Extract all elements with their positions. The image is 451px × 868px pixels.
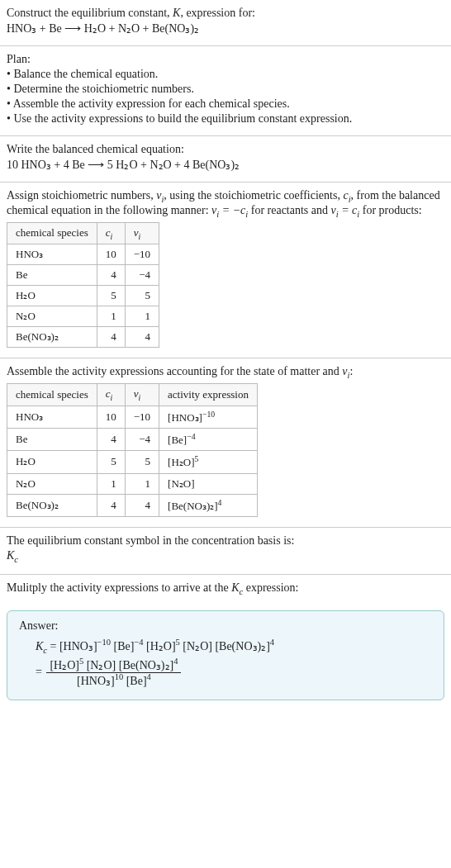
table-row: HNO₃ 10 −10 [HNO₃]−10 xyxy=(7,406,258,428)
intro-eq-lhs: HNO₃ + Be xyxy=(7,22,62,35)
balance-lhs: 10 HNO₃ + 4 Be xyxy=(7,159,85,171)
cell-nui: 5 xyxy=(125,286,159,306)
cell-ci: 4 xyxy=(97,494,125,516)
act-base: [Be] xyxy=(168,434,187,446)
cell-species: Be xyxy=(7,428,97,450)
assign-section: Assign stoichiometric numbers, νi, using… xyxy=(0,183,451,358)
term: [Be(NO₃)₂]4 xyxy=(215,640,274,652)
plan-heading: Plan: xyxy=(7,53,444,66)
multiply-text: Mulitply the activity expressions to arr… xyxy=(7,581,444,596)
cell-ci: 5 xyxy=(97,451,125,473)
col-nui: νi xyxy=(125,222,159,244)
cell-species: Be(NO₃)₂ xyxy=(7,327,97,348)
cell-nui: 4 xyxy=(125,327,159,348)
table-header-row: chemical species ci νi xyxy=(7,222,159,244)
answer-frac-line: = [H₂O]5 [N₂O] [Be(NO₃)₂]4 [HNO₃]10 [Be]… xyxy=(36,657,432,688)
term: [N₂O] xyxy=(87,659,116,671)
multiply-section: Mulitply the activity expressions to arr… xyxy=(0,575,451,606)
balance-section: Write the balanced chemical equation: 10… xyxy=(0,136,451,183)
term: [Be]4 xyxy=(126,675,151,687)
term: [HNO₃]10 xyxy=(77,675,123,687)
cell-ci: 1 xyxy=(97,306,125,327)
intro-line: Construct the equilibrium constant, K, e… xyxy=(7,7,444,20)
fraction-denominator: [HNO₃]10 [Be]4 xyxy=(46,673,181,689)
c-symbol: ci xyxy=(343,189,350,202)
term-base: [Be] xyxy=(114,640,135,652)
k-symbol: K xyxy=(173,7,180,19)
table-row: H₂O55 xyxy=(7,286,159,306)
answer-flat-line: Kc = [HNO₃]−10 [Be]−4 [H₂O]5 [N₂O] [Be(N… xyxy=(36,638,432,654)
plan-bullet: • Balance the chemical equation. xyxy=(7,68,444,81)
cell-species: HNO₃ xyxy=(7,244,97,265)
assemble-section: Assemble the activity expressions accoun… xyxy=(0,358,451,528)
term-base: [N₂O] xyxy=(87,659,116,671)
act-base: [N₂O] xyxy=(168,477,194,490)
balance-equation: 10 HNO₃ + 4 Be ⟶ 5 H₂O + N₂O + 4 Be(NO₃)… xyxy=(7,158,444,172)
intro-text-a: Construct the equilibrium constant, xyxy=(7,7,173,19)
col-ci: ci xyxy=(97,383,125,406)
cell-activity: [HNO₃]−10 xyxy=(159,406,258,428)
act-exp: −10 xyxy=(202,410,215,419)
act-base: [HNO₃] xyxy=(168,411,202,424)
balance-rhs: 5 H₂O + N₂O + 4 Be(NO₃)₂ xyxy=(107,159,240,171)
table-row: Be(NO₃)₂44 xyxy=(7,327,159,348)
arrow-icon: ⟶ xyxy=(88,159,107,171)
cell-ci: 10 xyxy=(97,244,125,265)
plan-section: Plan: • Balance the chemical equation. •… xyxy=(0,46,451,136)
intro-equation: HNO₃ + Be ⟶ H₂O + N₂O + Be(NO₃)₂ xyxy=(7,21,444,36)
act-exp: 4 xyxy=(218,498,222,507)
activity-table: chemical species ci νi activity expressi… xyxy=(7,383,258,517)
term-exp: −4 xyxy=(134,638,143,647)
table-header-row: chemical species ci νi activity expressi… xyxy=(7,383,258,406)
term-base: [H₂O] xyxy=(146,640,176,652)
term-exp: 5 xyxy=(176,638,180,647)
fraction-numerator: [H₂O]5 [N₂O] [Be(NO₃)₂]4 xyxy=(46,657,181,673)
cell-nui: −10 xyxy=(125,406,159,428)
table-row: HNO₃10−10 xyxy=(7,244,159,265)
term-exp: 10 xyxy=(115,673,124,682)
term: [H₂O]5 xyxy=(146,640,180,652)
cell-ci: 5 xyxy=(97,286,125,306)
term-exp: 4 xyxy=(270,638,274,647)
cell-species: HNO₃ xyxy=(7,406,97,428)
cell-species: Be xyxy=(7,265,97,286)
term-exp: 5 xyxy=(79,657,83,666)
cell-nui: −4 xyxy=(125,265,159,286)
cell-nui: 1 xyxy=(125,306,159,327)
assign-d: for reactants and xyxy=(248,204,330,216)
assign-text: Assign stoichiometric numbers, νi, using… xyxy=(7,189,444,219)
nu-eq-c: νi = ci xyxy=(331,204,360,216)
term: [H₂O]5 xyxy=(50,659,83,671)
cell-nui: −10 xyxy=(125,244,159,265)
multiply-b: expression: xyxy=(243,581,298,594)
term-base: [Be(NO₃)₂] xyxy=(215,640,269,652)
cell-activity: [Be]−4 xyxy=(159,428,258,450)
cell-ci: 4 xyxy=(97,428,125,450)
col-activity: activity expression xyxy=(159,383,258,406)
cell-nui: 1 xyxy=(125,473,159,494)
intro-text-b: , expression for: xyxy=(180,7,255,19)
term-base: [Be] xyxy=(126,675,147,687)
intro-eq-rhs: H₂O + N₂O + Be(NO₃)₂ xyxy=(84,22,199,35)
act-exp: 5 xyxy=(195,454,199,463)
assemble-text: Assemble the activity expressions accoun… xyxy=(7,365,444,380)
table-row: H₂O 5 5 [H₂O]5 xyxy=(7,451,258,473)
act-base: [Be(NO₃)₂] xyxy=(168,500,218,512)
term-exp: 4 xyxy=(173,657,178,666)
col-species: chemical species xyxy=(7,383,97,406)
answer-box: Answer: Kc = [HNO₃]−10 [Be]−4 [H₂O]5 [N₂… xyxy=(7,610,444,700)
cell-activity: [H₂O]5 xyxy=(159,451,258,473)
term-exp: −10 xyxy=(97,638,111,647)
table-row: N₂O11 xyxy=(7,306,159,327)
cell-species: H₂O xyxy=(7,286,97,306)
table-row: Be 4 −4 [Be]−4 xyxy=(7,428,258,450)
assign-b: , using the stoichiometric coefficients, xyxy=(164,189,343,202)
cell-species: Be(NO₃)₂ xyxy=(7,494,97,516)
table-row: Be4−4 xyxy=(7,265,159,286)
cell-species: H₂O xyxy=(7,451,97,473)
term-base: [N₂O] xyxy=(183,640,212,652)
answer-label: Answer: xyxy=(19,619,432,633)
term-exp: 4 xyxy=(147,673,151,682)
cell-ci: 4 xyxy=(97,265,125,286)
assign-a: Assign stoichiometric numbers, xyxy=(7,189,156,202)
